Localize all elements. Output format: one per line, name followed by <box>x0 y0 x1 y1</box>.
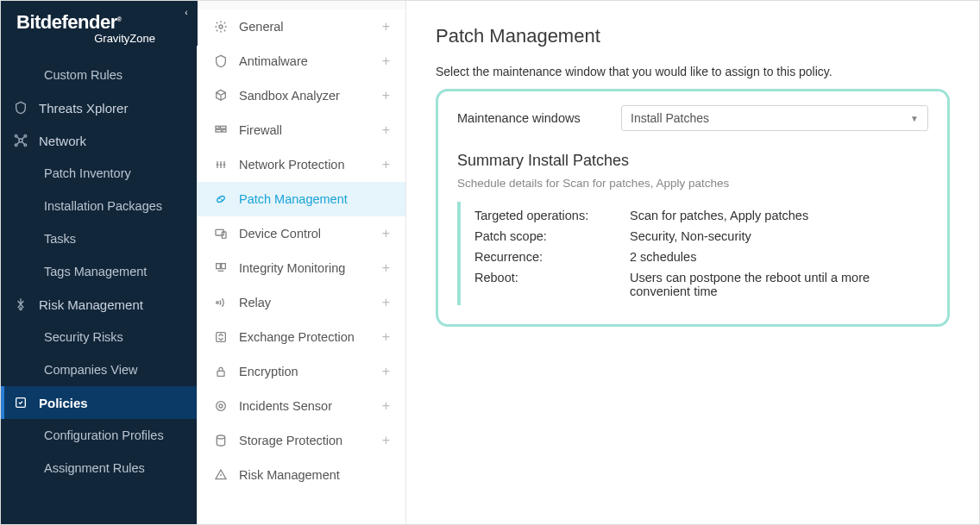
sidebar-item-configuration-profiles[interactable]: Configuration Profiles <box>1 419 197 452</box>
summary-row: Reboot: Users can postpone the reboot un… <box>474 267 928 302</box>
menu-label: Device Control <box>239 227 321 241</box>
svg-rect-17 <box>217 264 221 269</box>
summary-key: Recurrence: <box>474 250 630 264</box>
nav-list: Custom Rules Threats Xplorer Network Pat… <box>1 57 197 484</box>
sidebar-item-security-risks[interactable]: Security Risks <box>1 321 197 353</box>
nav-label: Risk Management <box>39 297 143 312</box>
menu-label: Patch Management <box>239 192 348 206</box>
exchange-icon <box>213 329 229 345</box>
svg-rect-18 <box>222 264 226 269</box>
menu-item-storage-protection[interactable]: Storage Protection + <box>198 423 405 458</box>
nav-label: Configuration Profiles <box>44 428 164 442</box>
menu-label: Incidents Sensor <box>239 399 332 413</box>
summary-title: Summary Install Patches <box>457 152 928 170</box>
menu-item-exchange-protection[interactable]: Exchange Protection + <box>198 320 405 354</box>
menu-item-network-protection[interactable]: Network Protection + <box>198 147 405 182</box>
dropdown-value: Install Patches <box>631 111 709 125</box>
summary-key: Patch scope: <box>474 229 630 243</box>
nav-label: Network <box>39 134 86 148</box>
summary-val: Scan for patches, Apply patches <box>630 209 928 222</box>
policies-icon <box>13 395 28 410</box>
menu-label: Antimalware <box>239 54 308 68</box>
menu-item-sandbox-analyzer[interactable]: Sandbox Analyzer + <box>198 78 405 113</box>
sidebar-item-patch-inventory[interactable]: Patch Inventory <box>1 157 197 190</box>
expand-icon: + <box>382 398 390 414</box>
svg-point-5 <box>20 308 22 310</box>
svg-rect-8 <box>216 126 219 128</box>
sidebar-item-custom-rules[interactable]: Custom Rules <box>1 59 197 91</box>
maintenance-window-label: Maintenance windows <box>457 111 621 125</box>
menu-item-relay[interactable]: Relay + <box>198 285 405 320</box>
menu-item-risk-management[interactable]: Risk Management <box>198 458 405 492</box>
patch-icon <box>213 191 229 207</box>
relay-icon <box>213 295 229 310</box>
menu-label: Integrity Monitoring <box>239 261 345 275</box>
lock-icon <box>213 364 229 379</box>
brand-name: Bitdefender® <box>16 11 181 34</box>
menu-item-encryption[interactable]: Encryption + <box>198 354 405 389</box>
svg-point-1 <box>15 134 17 137</box>
sidebar-item-assignment-rules[interactable]: Assignment Rules <box>1 452 197 484</box>
sidebar: Bitdefender® GravityZone ‹ Custom Rules … <box>1 1 197 524</box>
expand-icon: + <box>382 295 390 310</box>
sidebar-item-risk-management[interactable]: Risk Management <box>1 288 197 321</box>
expand-icon: + <box>382 157 390 172</box>
summary-key: Targeted operations: <box>474 209 630 222</box>
sidebar-item-companies-view[interactable]: Companies View <box>1 353 197 386</box>
svg-rect-11 <box>223 129 226 132</box>
product-name: GravityZone <box>16 32 181 45</box>
svg-rect-9 <box>220 126 226 128</box>
svg-point-19 <box>217 302 219 304</box>
device-icon <box>213 226 229 241</box>
sidebar-item-threats-xplorer[interactable]: Threats Xplorer <box>1 91 197 124</box>
summary-val: Users can postpone the reboot until a mo… <box>630 271 928 298</box>
nav-label: Security Risks <box>44 330 123 344</box>
menu-item-firewall[interactable]: Firewall + <box>198 113 405 147</box>
maintenance-window-dropdown[interactable]: Install Patches ▼ <box>621 105 928 131</box>
storage-icon <box>213 433 229 448</box>
menu-item-integrity-monitoring[interactable]: Integrity Monitoring + <box>198 251 405 285</box>
nav-label: Threats Xplorer <box>39 101 128 116</box>
summary-row: Patch scope: Security, Non-security <box>474 226 928 247</box>
expand-icon: + <box>382 329 390 345</box>
menu-label: Sandbox Analyzer <box>239 89 340 103</box>
menu-label: Network Protection <box>239 158 345 172</box>
shield-icon <box>213 53 229 69</box>
network-protection-icon <box>213 157 229 172</box>
svg-point-14 <box>222 199 223 200</box>
nav-label: Patch Inventory <box>44 166 131 180</box>
menu-item-incidents-sensor[interactable]: Incidents Sensor + <box>198 389 405 423</box>
firewall-icon <box>213 122 229 138</box>
menu-label: Storage Protection <box>239 434 342 447</box>
nav-label: Assignment Rules <box>44 461 145 475</box>
shield-icon <box>13 100 28 116</box>
sidebar-item-tags-management[interactable]: Tags Management <box>1 255 197 288</box>
summary-row: Recurrence: 2 schedules <box>474 247 928 267</box>
expand-icon: + <box>382 364 390 379</box>
page-title: Patch Management <box>436 25 950 47</box>
maintenance-window-row: Maintenance windows Install Patches ▼ <box>457 105 928 131</box>
menu-item-device-control[interactable]: Device Control + <box>198 216 405 251</box>
expand-icon: + <box>382 53 390 69</box>
expand-icon: + <box>382 260 390 276</box>
menu-label: Firewall <box>239 123 282 137</box>
summary-row: Targeted operations: Scan for patches, A… <box>474 205 928 226</box>
risk-management-icon <box>213 467 229 483</box>
sidebar-item-policies[interactable]: Policies <box>1 386 197 419</box>
expand-icon: + <box>382 88 390 103</box>
gear-icon <box>213 19 229 34</box>
sidebar-item-tasks[interactable]: Tasks <box>1 222 197 255</box>
sidebar-item-installation-packages[interactable]: Installation Packages <box>1 190 197 222</box>
risk-icon <box>13 297 28 312</box>
summary-val: Security, Non-security <box>630 229 928 243</box>
svg-point-7 <box>219 25 223 28</box>
expand-icon: + <box>382 19 390 34</box>
menu-item-antimalware[interactable]: Antimalware + <box>198 44 405 78</box>
highlight-box: Maintenance windows Install Patches ▼ Su… <box>436 89 950 327</box>
menu-label: General <box>239 20 284 34</box>
nav-label: Policies <box>39 396 88 410</box>
menu-item-patch-management[interactable]: Patch Management <box>198 182 405 216</box>
nav-label: Tags Management <box>44 265 147 278</box>
menu-item-general[interactable]: General + <box>198 9 405 44</box>
sidebar-item-network[interactable]: Network <box>1 124 197 157</box>
